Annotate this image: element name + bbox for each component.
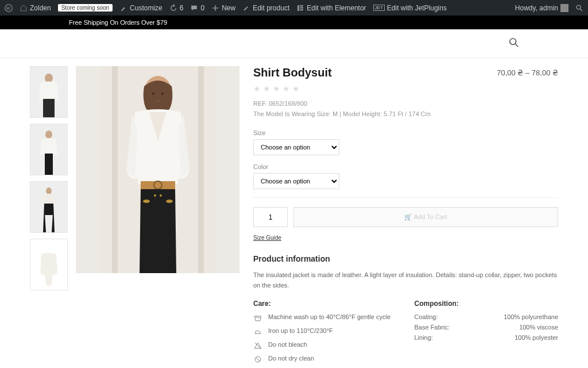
product-thumbnails <box>30 66 68 368</box>
svg-point-24 <box>160 194 162 197</box>
comp-base: Base Fabric:100% viscose <box>415 324 559 331</box>
svg-rect-8 <box>43 99 55 117</box>
svg-rect-10 <box>45 154 53 175</box>
svg-rect-4 <box>300 9 304 10</box>
svg-rect-3 <box>300 7 304 8</box>
site-name[interactable]: Zolden <box>20 4 51 12</box>
svg-point-17 <box>152 93 154 95</box>
svg-point-22 <box>166 200 173 203</box>
store-status-badge: Store coming soon <box>58 4 113 12</box>
product-meta: REF. 0652/168/800 The Model Is Wearing S… <box>253 99 558 119</box>
care-dryclean: Do not dry clean <box>253 355 397 364</box>
svg-point-23 <box>154 194 156 197</box>
care-iron: Iron up to 110°C/230°F <box>253 327 397 336</box>
comments-link[interactable]: 0 <box>190 4 204 12</box>
product-main-image[interactable] <box>76 66 239 273</box>
care-bleach: Do not bleach <box>253 341 397 350</box>
svg-rect-2 <box>300 5 304 6</box>
svg-rect-14 <box>112 66 118 273</box>
new-link[interactable]: New <box>211 4 235 12</box>
info-heading: Product information <box>253 254 558 263</box>
svg-rect-19 <box>141 181 175 189</box>
edit-elementor-link[interactable]: Edit with Elementor <box>296 4 366 12</box>
rating-stars[interactable]: ★ ★ ★ ★ ★ <box>253 84 558 93</box>
care-heading: Care: <box>253 300 397 308</box>
comp-lining: Lining:100% polyester <box>415 334 559 341</box>
svg-rect-12 <box>44 204 53 215</box>
customize-link[interactable]: Customize <box>119 4 163 12</box>
color-select[interactable]: Choose an option <box>253 173 339 189</box>
thumbnail-3[interactable] <box>30 181 68 233</box>
size-label: Size <box>253 129 558 136</box>
svg-rect-15 <box>198 66 204 273</box>
wp-logo[interactable] <box>5 4 13 12</box>
add-to-cart-button[interactable]: 🛒 Add To Cart <box>293 207 558 227</box>
product-details: Shirt Bodysuit 70,00 ₴ – 78,00 ₴ ★ ★ ★ ★… <box>247 66 558 368</box>
product-description: The insulated jacket is made of leather.… <box>253 270 558 290</box>
howdy-user[interactable]: Howdy, admin <box>515 4 568 12</box>
color-label: Color <box>253 163 558 170</box>
care-wash: Machine wash up to 40°C/86°F gentle cycl… <box>253 313 397 323</box>
thumbnail-4[interactable] <box>30 239 68 290</box>
svg-point-11 <box>46 187 52 194</box>
wp-admin-bar: Zolden Store coming soon Customize 6 0 N… <box>0 0 588 16</box>
product-title: Shirt Bodysuit <box>253 66 332 79</box>
product-price: 70,00 ₴ – 78,00 ₴ <box>497 68 558 77</box>
size-select[interactable]: Choose an option <box>253 139 339 155</box>
edit-product-link[interactable]: Edit product <box>242 4 289 12</box>
quantity-input[interactable] <box>253 207 288 227</box>
svg-rect-1 <box>297 5 299 11</box>
user-avatar <box>560 4 568 12</box>
updates-link[interactable]: 6 <box>169 4 184 12</box>
composition-heading: Composition: <box>415 300 559 308</box>
svg-point-5 <box>577 5 581 9</box>
size-guide-link[interactable]: Size Guide <box>253 235 281 241</box>
thumbnail-1[interactable] <box>30 66 68 118</box>
svg-point-9 <box>45 131 52 139</box>
admin-search-icon[interactable] <box>575 4 583 12</box>
site-header <box>0 29 588 58</box>
svg-point-6 <box>510 39 516 45</box>
search-icon[interactable] <box>509 37 519 49</box>
promo-banner: Free Shipping On Orders Over $79 <box>0 16 588 29</box>
thumbnail-2[interactable] <box>30 124 68 175</box>
svg-point-21 <box>143 200 150 203</box>
edit-jetplugins-link[interactable]: JETEdit with JetPlugins <box>373 4 447 12</box>
svg-point-18 <box>161 93 164 95</box>
comp-coating: Coating:100% polyurethane <box>415 313 559 320</box>
